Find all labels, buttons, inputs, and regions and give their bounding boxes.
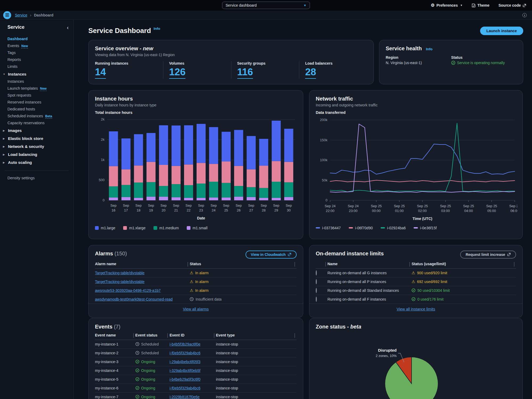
dashboard-select[interactable]: Service dashboard ▼ xyxy=(222,2,310,9)
badge-beta[interactable]: Beta xyxy=(45,114,52,119)
badge-new[interactable]: New xyxy=(40,87,47,91)
radio-button[interactable] xyxy=(316,270,317,276)
bar-segment[interactable] xyxy=(172,184,181,197)
bar-segment[interactable] xyxy=(184,198,193,200)
bar-segment[interactable] xyxy=(222,132,231,161)
bar-segment[interactable] xyxy=(159,186,168,197)
sidebar-collapse-button[interactable]: ‹ xyxy=(67,25,69,30)
bar-segment[interactable] xyxy=(209,182,218,197)
event-id-link[interactable]: i-2029b8187f0e6e xyxy=(169,395,200,399)
sidebar-item-tags[interactable]: Tags xyxy=(0,49,73,56)
launch-instance-button[interactable]: Launch instance xyxy=(480,27,523,35)
bar-segment[interactable] xyxy=(234,186,243,197)
bar-segment[interactable] xyxy=(259,198,268,200)
alarm-name-link[interactable]: TargetTracking-table/divstable xyxy=(95,271,144,275)
legend-item[interactable]: m1.xlarge xyxy=(123,226,145,230)
view-in-cloudwatch-button[interactable]: View in Cloudwatch xyxy=(246,251,297,259)
bar-segment[interactable] xyxy=(159,165,168,186)
bar-segment[interactable] xyxy=(122,185,131,197)
column-header[interactable]: Name xyxy=(327,262,412,266)
sidebar-item-capacity-reservations[interactable]: Capacity reservations xyxy=(0,119,73,126)
bar-segment[interactable] xyxy=(122,169,131,185)
bar-segment[interactable] xyxy=(147,182,156,197)
bar-segment[interactable] xyxy=(109,186,118,197)
bar-segment[interactable] xyxy=(259,139,268,166)
sidebar-item-spot-requests[interactable]: Spot requests xyxy=(0,92,73,99)
source-code-link[interactable]: Source code xyxy=(498,3,526,7)
bar-segment[interactable] xyxy=(284,129,293,162)
alarm-name-link[interactable]: TargetTracking-table/divstable xyxy=(95,280,144,284)
sidebar-item-dedicated-hosts[interactable]: Dedicated hosts xyxy=(0,106,73,113)
bar-segment[interactable] xyxy=(172,125,181,166)
bar-segment[interactable] xyxy=(147,133,156,162)
stat-value-link[interactable]: 116 xyxy=(237,66,253,79)
line-series[interactable] xyxy=(330,124,515,192)
sidebar-section-instances[interactable]: ▼Instances xyxy=(0,70,73,78)
legend-item[interactable]: i-06f70d90 xyxy=(349,226,373,230)
bar-segment[interactable] xyxy=(197,183,206,198)
view-all-instance-limits-link[interactable]: View all instance limits xyxy=(397,307,435,311)
bar-segment[interactable] xyxy=(159,125,168,165)
alarm-name-link[interactable]: awsroute53-303920aa-0498-4129-a1b7 xyxy=(95,288,161,293)
event-id-link[interactable]: i-b4beb29a5f3c6f0 xyxy=(169,377,200,381)
bar-segment[interactable] xyxy=(222,161,231,183)
event-id-link[interactable]: i-329ab4bc6f0eb5f xyxy=(169,368,200,373)
preferences-menu[interactable]: ⚙ Preferences ▼ xyxy=(431,3,462,7)
sidebar-item-reports[interactable]: Reports xyxy=(0,56,73,63)
column-header[interactable]: Event type xyxy=(216,333,297,337)
bar-segment[interactable] xyxy=(247,136,256,169)
bar-segment[interactable] xyxy=(284,182,293,197)
bar-segment[interactable] xyxy=(272,161,281,182)
bar-segment[interactable] xyxy=(147,197,156,200)
bar-segment[interactable] xyxy=(109,131,118,166)
bar-segment[interactable] xyxy=(222,197,231,200)
badge-new[interactable]: New xyxy=(21,44,28,48)
radio-button[interactable] xyxy=(316,297,317,302)
sidebar-item-density-settings[interactable]: Density settings xyxy=(0,174,73,181)
bar-segment[interactable] xyxy=(209,127,218,164)
legend-item[interactable]: m1.small xyxy=(187,226,207,230)
sidebar-section-auto-scaling[interactable]: ▶Auto scaling xyxy=(0,158,73,166)
bar-segment[interactable] xyxy=(184,164,193,185)
bar-segment[interactable] xyxy=(134,198,143,200)
bar-segment[interactable] xyxy=(109,166,118,186)
legend-item[interactable]: m1.large xyxy=(95,226,115,230)
bar-segment[interactable] xyxy=(234,130,243,166)
stat-value-link[interactable]: 126 xyxy=(169,66,186,79)
bar-segment[interactable] xyxy=(184,125,193,164)
bar-segment[interactable] xyxy=(134,182,143,198)
menu-toggle-button[interactable] xyxy=(3,11,11,19)
sidebar-item-instances[interactable]: Instances xyxy=(0,78,73,85)
legend-item[interactable]: i-03736447 xyxy=(316,226,341,230)
radio-button[interactable] xyxy=(316,279,317,284)
theme-button[interactable]: Theme xyxy=(472,3,489,7)
alarm-name-link[interactable]: awsdynamodb-test0mark0test-Consumed-read xyxy=(95,297,173,301)
line-series[interactable] xyxy=(330,180,515,182)
bar-segment[interactable] xyxy=(222,183,231,197)
request-limit-increase-button[interactable]: Request limit increase xyxy=(460,251,516,259)
event-id-link[interactable]: i-29ab4bebc6f05f3 xyxy=(169,360,200,364)
bar-segment[interactable] xyxy=(172,197,181,200)
service-health-info-link[interactable]: Info xyxy=(426,47,433,51)
bar-segment[interactable] xyxy=(109,197,118,200)
bar-segment[interactable] xyxy=(272,198,281,200)
view-all-alarms-link[interactable]: View all alarms xyxy=(183,307,209,311)
page-title-info-link[interactable]: Info xyxy=(154,27,160,31)
bar-segment[interactable] xyxy=(259,188,268,198)
bar-segment[interactable] xyxy=(272,182,281,198)
bar-segment[interactable] xyxy=(147,162,156,182)
page-info-button[interactable]: i xyxy=(522,13,527,17)
bar-segment[interactable] xyxy=(122,138,131,169)
line-series[interactable] xyxy=(330,144,515,174)
sidebar-item-events[interactable]: EventsNew xyxy=(0,42,73,49)
sidebar-item-launch-templates[interactable]: Launch templatesNew xyxy=(0,85,73,92)
column-header[interactable]: Status (usage/limit) xyxy=(412,262,516,266)
breadcrumb-service-link[interactable]: Service xyxy=(15,13,27,17)
sidebar-section-load-balancing[interactable]: ▶Load balancing xyxy=(0,150,73,158)
bar-segment[interactable] xyxy=(197,198,206,200)
bar-segment[interactable] xyxy=(284,162,293,182)
radio-button[interactable] xyxy=(316,288,317,293)
bar-segment[interactable] xyxy=(234,197,243,200)
sidebar-item-limits[interactable]: Limits xyxy=(0,63,73,70)
column-header[interactable]: Alarm name xyxy=(95,262,190,266)
